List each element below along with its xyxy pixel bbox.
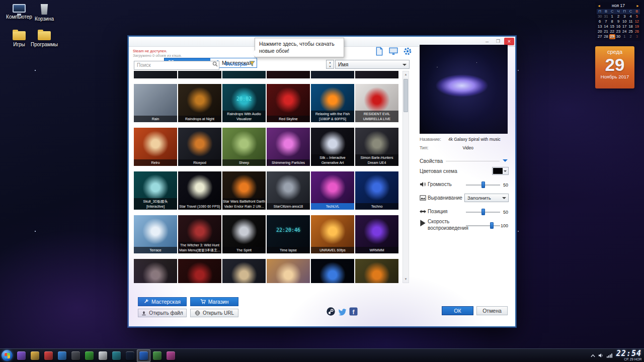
- scroll-down-icon[interactable]: ▼: [403, 276, 409, 283]
- wallpaper-tile[interactable]: Terrace: [134, 215, 177, 253]
- minimize-button[interactable]: –: [482, 38, 492, 45]
- calendar-day[interactable]: 2: [615, 14, 621, 19]
- wallpaper-tile[interactable]: The Spirit: [222, 215, 266, 253]
- wallpaper-tile[interactable]: [267, 71, 310, 78]
- open-url-button[interactable]: Открыть URL: [190, 309, 238, 317]
- steam-icon[interactable]: [327, 307, 335, 316]
- calendar-day[interactable]: 31: [603, 14, 609, 19]
- calendar-day[interactable]: 22: [609, 29, 615, 34]
- wallpaper-tile[interactable]: [311, 259, 354, 283]
- taskbar-app-icon[interactable]: [28, 349, 42, 362]
- taskbar-app-icon[interactable]: [164, 349, 178, 362]
- wallpaper-tile[interactable]: Star Travel (1080 60 FPS): [178, 171, 221, 210]
- wallpaper-tile[interactable]: Sheep: [222, 128, 266, 166]
- speed-slider[interactable]: [466, 222, 500, 229]
- calendar-day[interactable]: 3: [621, 14, 627, 19]
- sort-direction-button[interactable]: ▲▼: [326, 60, 334, 69]
- open-file-icon[interactable]: [374, 47, 384, 56]
- calendar-day[interactable]: 29: [609, 34, 615, 39]
- grid-scrollbar[interactable]: ▲ ▼: [403, 71, 409, 283]
- wallpaper-tile[interactable]: The Witcher 3: Wild Hunt Main Menu(需要3本体…: [178, 215, 221, 253]
- calendar-day[interactable]: 7: [603, 19, 609, 24]
- wallpaper-tile[interactable]: [178, 259, 221, 283]
- calendar-day[interactable]: 8: [609, 19, 615, 24]
- calendar-day[interactable]: 17: [621, 24, 627, 29]
- calendar-day[interactable]: 21: [603, 29, 609, 34]
- gear-icon[interactable]: [403, 47, 413, 56]
- calendar-day[interactable]: 1: [621, 34, 627, 39]
- facebook-icon[interactable]: f: [349, 307, 358, 316]
- calendar-day[interactable]: 9: [615, 19, 621, 24]
- calendar-day[interactable]: 26: [634, 29, 640, 34]
- calendar-day[interactable]: 30: [615, 34, 621, 39]
- search-input[interactable]: [134, 61, 219, 70]
- close-button[interactable]: ×: [504, 38, 514, 45]
- calendar-day[interactable]: 1: [609, 14, 615, 19]
- cancel-button[interactable]: Отмена: [476, 306, 508, 315]
- wallpaper-tile[interactable]: StarCitizen-area18: [267, 171, 310, 210]
- calendar-day[interactable]: 2: [627, 34, 633, 39]
- wallpaper-tile[interactable]: Silk – Interactive Generative Art: [311, 128, 354, 166]
- wallpaper-tile[interactable]: [311, 71, 354, 78]
- display-settings-icon[interactable]: [388, 47, 398, 56]
- taskbar-app-icon[interactable]: [123, 349, 137, 362]
- calendar-day[interactable]: 10: [621, 19, 627, 24]
- calendar-day[interactable]: 19: [634, 24, 640, 29]
- wallpaper-tile[interactable]: [267, 259, 310, 283]
- wallpaper-tile[interactable]: Shimmering Particles: [267, 128, 310, 166]
- taskbar-app-icon[interactable]: [137, 349, 150, 362]
- wallpaper-tile[interactable]: [222, 71, 266, 78]
- wallpaper-tile[interactable]: TechLVL: [311, 171, 354, 210]
- taskbar-app-icon[interactable]: [55, 349, 69, 362]
- wallpaper-tile[interactable]: WRMMM: [355, 215, 398, 253]
- tray-volume-icon[interactable]: [598, 353, 604, 358]
- taskbar-app-icon[interactable]: [15, 349, 28, 362]
- alignment-dropdown[interactable]: Заполнить: [464, 194, 509, 202]
- calendar-day[interactable]: 13: [597, 24, 603, 29]
- wallpaper-tile[interactable]: [222, 259, 266, 283]
- calendar-day[interactable]: 12: [634, 19, 640, 24]
- wallpaper-tile[interactable]: Star Wars Battlefront Darth Vader Endor …: [222, 171, 266, 210]
- desktop-icon-programs[interactable]: Программы: [29, 31, 59, 47]
- calendar-next-icon[interactable]: ►: [636, 4, 639, 8]
- wallpaper-tile[interactable]: Ricepod: [178, 128, 221, 166]
- position-slider-thumb[interactable]: [481, 209, 485, 215]
- scrollbar-thumb[interactable]: [404, 79, 408, 112]
- wallpaper-tile[interactable]: Skull_3D骷髅头 [Interactive]: [134, 171, 177, 210]
- store-button[interactable]: Магазин: [190, 297, 238, 306]
- taskbar-app-icon[interactable]: [69, 349, 83, 362]
- maximize-button[interactable]: ❐: [493, 38, 503, 45]
- wallpaper-tile[interactable]: [355, 71, 398, 78]
- calendar-day[interactable]: 20: [597, 29, 603, 34]
- calendar-day[interactable]: 27: [597, 34, 603, 39]
- wallpaper-tile[interactable]: Red Skyline: [267, 84, 310, 122]
- taskbar-clock[interactable]: 22:54 СР. 29 НОЯ: [616, 350, 641, 361]
- volume-slider-thumb[interactable]: [481, 182, 485, 188]
- calendar-prev-icon[interactable]: ◄: [597, 4, 601, 8]
- taskbar-app-icon[interactable]: [110, 349, 123, 362]
- wallpaper-tile[interactable]: [134, 259, 177, 283]
- search-icon[interactable]: [212, 61, 218, 67]
- wallpaper-tile[interactable]: [355, 259, 398, 283]
- calendar-day[interactable]: 6: [597, 19, 603, 24]
- taskbar-app-icon[interactable]: [96, 349, 110, 362]
- open-file-button[interactable]: Открыть файл: [138, 309, 187, 317]
- wallpaper-tile[interactable]: Retro: [134, 128, 177, 166]
- wallpaper-tile[interactable]: UNRAVEL 60fps: [311, 215, 354, 253]
- position-slider[interactable]: [466, 209, 500, 215]
- start-button[interactable]: [2, 350, 13, 361]
- calendar-day[interactable]: 30: [597, 14, 603, 19]
- wallpaper-tile[interactable]: 20:02Raindrops With Audio Visualizer: [222, 84, 266, 122]
- volume-slider[interactable]: [466, 182, 500, 188]
- color-scheme-dropdown[interactable]: [492, 167, 509, 175]
- ok-button[interactable]: ОК: [442, 306, 473, 315]
- calendar-day[interactable]: 28: [603, 34, 609, 39]
- wallpaper-tile[interactable]: RESIDENT EVIL UMBRELLA LIVE: [355, 84, 398, 122]
- wallpaper-tile[interactable]: Rain: [134, 84, 177, 122]
- wallpaper-tile[interactable]: 22:20:46Time lapse: [267, 215, 310, 253]
- calendar-day[interactable]: 3: [634, 34, 640, 39]
- wallpaper-tile[interactable]: Relaxing with the Fish [1080P & 60FPS]: [311, 84, 354, 122]
- calendar-day[interactable]: 16: [615, 24, 621, 29]
- calendar-day[interactable]: 18: [627, 24, 633, 29]
- network-icon[interactable]: [607, 353, 612, 358]
